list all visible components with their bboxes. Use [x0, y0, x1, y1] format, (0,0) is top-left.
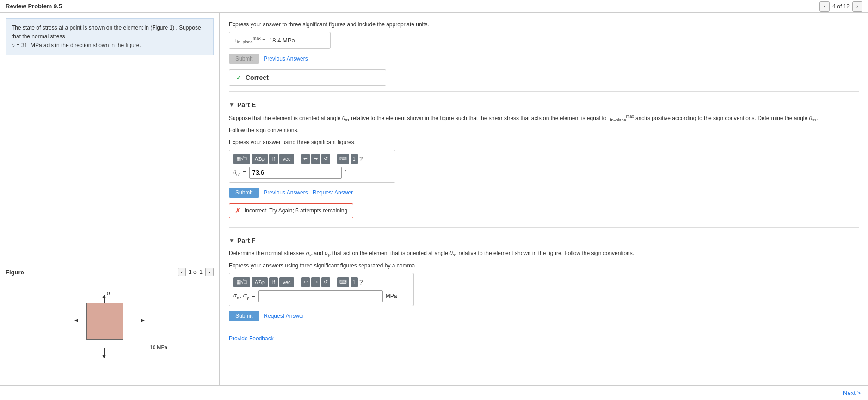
page-title: Review Problem 9.5 — [6, 3, 62, 10]
figure-nav: ‹ 1 of 1 › — [178, 268, 214, 276]
part-e-section: ▼ Part E Suppose that the element is ori… — [229, 91, 859, 218]
figure-prev-button[interactable]: ‹ — [178, 268, 186, 276]
part-f-toolbar-undo-btn[interactable]: ↩ — [301, 277, 310, 287]
problem-description: The state of stress at a point is shown … — [6, 18, 214, 55]
part-e-action-row: Submit Previous Answers Request Answer — [229, 188, 859, 198]
instruction-text: Express your answer to three significant… — [229, 20, 859, 29]
submit-button-disabled[interactable]: Submit — [229, 54, 259, 64]
correct-label: Correct — [246, 74, 269, 81]
prev-page-button[interactable]: ‹ — [819, 1, 830, 12]
toolbar-refresh-btn[interactable]: ↺ — [321, 154, 330, 164]
bottom-bar: Next > — [0, 385, 868, 400]
part-f-collapse-icon[interactable]: ▼ — [229, 237, 234, 244]
arrow-left-head — [74, 319, 78, 322]
figure-nav-label: 1 of 1 — [189, 269, 203, 275]
incorrect-badge: ✗ Incorrect; Try Again; 5 attempts remai… — [229, 203, 353, 218]
arrow-bottom-line — [104, 348, 105, 358]
top-bar-navigation: ‹ 4 of 12 › — [819, 1, 862, 12]
toolbar-matrix-btn[interactable]: ▦√□ — [233, 154, 250, 164]
part-f-title: Part F — [237, 237, 256, 244]
part-f-toolbar-redo-btn[interactable]: ↪ — [311, 277, 320, 287]
stress-box — [86, 303, 123, 340]
part-f-toolbar: ▦√□ ΛΣφ if vec ↩ ↪ ↺ ⌨ 1 ? — [233, 277, 410, 287]
arrow-right-line — [135, 321, 145, 321]
part-e-toolbar: ▦√□ ΛΣφ if vec ↩ ↪ ↺ ⌨ 1 ? — [233, 154, 391, 164]
figure-header: Figure ‹ 1 of 1 › — [6, 268, 214, 276]
right-panel: Express your answer to three significant… — [220, 13, 868, 400]
part-f-toolbar-keyboard-btn[interactable]: ⌨ — [337, 277, 349, 287]
stress-element: σ — [73, 289, 147, 363]
part-e-request-answer-link[interactable]: Request Answer — [313, 189, 353, 196]
top-bar: Review Problem 9.5 ‹ 4 of 12 › — [0, 0, 868, 13]
problem-sigma: σ = 31 MPa — [12, 42, 43, 48]
sigma-top-label: σ — [107, 290, 110, 297]
part-f-toolbar-greek-btn[interactable]: ΛΣφ — [252, 277, 268, 287]
figure-next-button[interactable]: › — [205, 268, 214, 276]
part-e-collapse-icon[interactable]: ▼ — [229, 102, 234, 108]
part-e-previous-answers-link[interactable]: Previous Answers — [264, 189, 308, 196]
figure-label: Figure — [6, 269, 24, 276]
arrow-left-line — [74, 321, 85, 321]
part-f-input[interactable] — [258, 290, 383, 302]
part-f-input-row: σx', σy' = MPa — [233, 290, 410, 302]
problem-text-line2: acts in the direction shown in the figur… — [43, 42, 141, 48]
part-e-submit-button[interactable]: Submit — [229, 188, 259, 198]
part-f-toolbar-help-btn[interactable]: ? — [359, 279, 363, 286]
answer-links-row: Submit Previous Answers — [229, 54, 859, 64]
page-count: 4 of 12 — [832, 3, 850, 10]
part-f-toolbar-number-btn[interactable]: 1 — [351, 277, 358, 287]
part-f-express: Express your answers using three signifi… — [229, 261, 859, 270]
toolbar-undo-btn[interactable]: ↩ — [301, 154, 310, 164]
part-e-header: ▼ Part E — [229, 101, 859, 109]
part-f-instruction: Determine the normal stresses σx' and σy… — [229, 249, 859, 259]
next-link[interactable]: Next > — [843, 389, 861, 396]
answer-value: 18.4 MPa — [269, 37, 295, 44]
left-panel: The state of stress at a point is shown … — [0, 13, 220, 400]
part-f-toolbar-refresh-btn[interactable]: ↺ — [321, 277, 330, 287]
toolbar-if-btn[interactable]: if — [269, 154, 278, 164]
x-icon: ✗ — [235, 206, 241, 215]
toolbar-keyboard-btn[interactable]: ⌨ — [337, 154, 349, 164]
part-e-instruction: Suppose that the element is oriented at … — [229, 113, 859, 124]
arrow-top-head — [102, 295, 106, 298]
part-e-input[interactable] — [249, 167, 342, 179]
answer-display-box: τin–planemax = 18.4 MPa — [229, 32, 331, 48]
part-f-toolbar-if-btn[interactable]: if — [269, 277, 278, 287]
correct-badge: ✓ Correct — [229, 69, 386, 86]
toolbar-redo-btn[interactable]: ↪ — [311, 154, 320, 164]
incorrect-label: Incorrect; Try Again; 5 attempts remaini… — [245, 207, 347, 214]
part-f-request-answer-link[interactable]: Request Answer — [264, 313, 304, 319]
part-f-submit-button[interactable]: Submit — [229, 311, 259, 321]
provide-feedback-link[interactable]: Provide Feedback — [229, 335, 274, 342]
next-page-button[interactable]: › — [852, 1, 862, 12]
previous-answers-link[interactable]: Previous Answers — [264, 55, 308, 62]
toolbar-number-btn[interactable]: 1 — [351, 154, 358, 164]
part-e-degree-symbol: ° — [345, 169, 347, 176]
arrow-right-head — [141, 319, 145, 322]
part-f-sigma-label: σx', σy' = — [233, 292, 255, 300]
tau-label: τin–planemax = — [235, 36, 265, 44]
check-icon: ✓ — [236, 73, 242, 82]
part-e-theta-label: θs1 = — [233, 169, 246, 177]
toolbar-greek-btn[interactable]: ΛΣφ — [252, 154, 268, 164]
toolbar-help-btn[interactable]: ? — [359, 155, 363, 163]
arrow-bottom-head — [102, 355, 106, 358]
part-f-toolbar-matrix-btn[interactable]: ▦√□ — [233, 277, 250, 287]
part-e-express: Express your answer using three signific… — [229, 138, 859, 147]
part-f-input-box: ▦√□ ΛΣφ if vec ↩ ↪ ↺ ⌨ 1 ? σx', σy' = M — [229, 273, 414, 306]
figure-canvas: σ — [6, 280, 214, 372]
part-f-action-row: Submit Request Answer — [229, 311, 859, 321]
part-e-title: Part E — [237, 101, 256, 109]
answer-section: Express your answer to three significant… — [229, 20, 859, 86]
part-f-header: ▼ Part F — [229, 237, 859, 244]
stress-value-label: 10 MPa — [150, 345, 167, 350]
part-f-toolbar-vec-btn[interactable]: vec — [279, 277, 294, 287]
part-e-input-box: ▦√□ ΛΣφ if vec ↩ ↪ ↺ ⌨ 1 ? θs1 = ° — [229, 150, 395, 183]
toolbar-vec-btn[interactable]: vec — [279, 154, 294, 164]
main-layout: The state of stress at a point is shown … — [0, 13, 868, 400]
part-e-follow-sign: Follow the sign conventions. — [229, 126, 859, 135]
problem-text-line1: The state of stress at a point is shown … — [12, 24, 201, 40]
part-e-input-row: θs1 = ° — [233, 167, 391, 179]
part-f-section: ▼ Part F Determine the normal stresses σ… — [229, 227, 859, 321]
figure-section: Figure ‹ 1 of 1 › σ — [6, 268, 214, 372]
